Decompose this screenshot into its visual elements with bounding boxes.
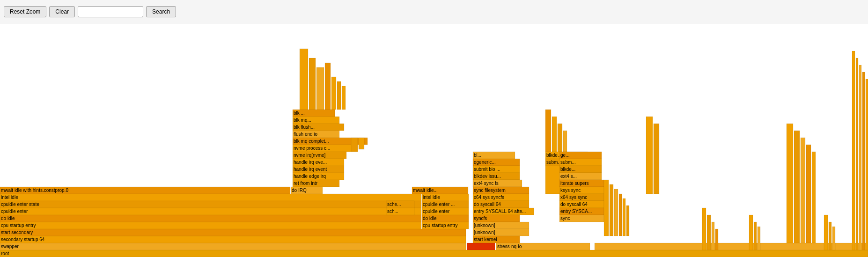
svg-text:blkde...: blkde... <box>560 167 575 172</box>
svg-rect-2 <box>0 243 466 250</box>
svg-rect-10 <box>0 229 466 236</box>
svg-rect-108 <box>654 124 659 194</box>
svg-text:handle irq eve...: handle irq eve... <box>294 160 327 165</box>
svg-text:blk flush...: blk flush... <box>294 125 315 130</box>
svg-rect-99 <box>545 110 551 152</box>
svg-text:blkdev issu...: blkdev issu... <box>474 174 501 179</box>
svg-text:blk mq complet...: blk mq complet... <box>294 139 329 144</box>
svg-text:sche...: sche... <box>387 202 401 207</box>
svg-text:start kernel: start kernel <box>474 237 497 242</box>
svg-rect-64 <box>331 77 336 110</box>
search-input[interactable] <box>78 6 143 17</box>
svg-rect-146 <box>812 152 816 243</box>
svg-text:do IRQ: do IRQ <box>292 188 307 193</box>
svg-rect-154 <box>832 227 835 250</box>
svg-text:entry SYSCА...: entry SYSCА... <box>560 209 592 214</box>
svg-text:[unknown]: [unknown] <box>474 230 495 235</box>
svg-rect-135 <box>702 208 706 250</box>
svg-rect-62 <box>316 67 324 110</box>
svg-text:sync: sync <box>560 216 570 221</box>
flamegraph-container: root swapper stress-nq-io secondary star… <box>0 23 868 257</box>
svg-rect-102 <box>563 131 567 152</box>
svg-rect-149 <box>859 65 861 250</box>
svg-rect-129 <box>604 180 609 236</box>
svg-text:cpuidle enter: cpuidle enter <box>1 209 28 214</box>
search-button[interactable]: Search <box>146 6 176 17</box>
svg-rect-148 <box>856 58 858 250</box>
svg-text:x64 sys syncfs: x64 sys syncfs <box>474 195 504 200</box>
svg-text:blkde...: blkde... <box>546 153 561 158</box>
svg-rect-141 <box>758 227 760 250</box>
svg-text:cpu startup entry: cpu startup entry <box>1 223 36 228</box>
clear-button[interactable]: Clear <box>49 6 75 17</box>
svg-text:intel idle: intel idle <box>1 195 18 200</box>
svg-text:cpuidle enter ...: cpuidle enter ... <box>423 202 455 207</box>
svg-rect-8 <box>0 236 466 243</box>
svg-rect-133 <box>623 198 625 236</box>
svg-text:flush end io: flush end io <box>294 132 318 137</box>
svg-text:iterate supers: iterate supers <box>560 181 589 186</box>
svg-text:mwait idle...: mwait idle... <box>413 188 438 193</box>
svg-text:entry SYSCALL 64 afte...: entry SYSCALL 64 afte... <box>474 209 526 214</box>
svg-rect-130 <box>610 184 613 236</box>
svg-rect-131 <box>614 189 618 236</box>
svg-text:nvme process c...: nvme process c... <box>294 146 330 151</box>
svg-text:blk ...: blk ... <box>294 110 305 116</box>
svg-rect-60 <box>300 49 308 110</box>
svg-text:cpuidle enter state: cpuidle enter state <box>1 202 39 207</box>
svg-rect-20 <box>0 208 421 215</box>
svg-rect-150 <box>862 72 865 250</box>
svg-rect-138 <box>715 229 718 250</box>
svg-text:mwait idle with hints.constpro: mwait idle with hints.constprop.0 <box>1 188 68 193</box>
svg-rect-100 <box>552 117 557 152</box>
svg-text:secondary startup 64: secondary startup 64 <box>1 237 45 242</box>
svg-rect-151 <box>866 79 868 250</box>
svg-text:intel idle: intel idle <box>423 195 440 200</box>
svg-rect-134 <box>626 206 629 236</box>
svg-text:handle edge irq: handle edge irq <box>294 174 326 179</box>
svg-rect-139 <box>749 215 753 250</box>
svg-rect-24 <box>0 201 421 208</box>
svg-rect-68 <box>359 138 364 149</box>
svg-text:handle irq event: handle irq event <box>294 167 327 172</box>
reset-zoom-button[interactable]: Reset Zoom <box>4 6 46 17</box>
svg-text:do syscall 64: do syscall 64 <box>560 202 588 207</box>
svg-rect-63 <box>325 63 331 110</box>
svg-text:submit bio ...: submit bio ... <box>474 167 500 172</box>
svg-text:sync filesystem: sync filesystem <box>474 188 506 193</box>
svg-rect-65 <box>337 81 341 110</box>
svg-text:do syscall 64: do syscall 64 <box>474 202 501 207</box>
svg-text:cpu startup entry: cpu startup entry <box>423 223 457 228</box>
svg-text:root: root <box>1 251 9 256</box>
svg-text:syncfs: syncfs <box>474 216 487 221</box>
svg-text:x64 sys sync: x64 sys sync <box>560 195 587 200</box>
svg-text:ret from intr: ret from intr <box>294 181 318 186</box>
svg-rect-28 <box>0 194 421 201</box>
svg-rect-12 <box>0 222 421 229</box>
svg-rect-0 <box>0 250 868 257</box>
svg-text:do idle: do idle <box>1 216 15 221</box>
svg-text:subm...: subm... <box>560 160 576 165</box>
svg-text:ext4 s...: ext4 s... <box>560 174 577 179</box>
svg-text:bl...: bl... <box>474 153 481 158</box>
svg-text:qgeneric...: qgeneric... <box>474 160 496 165</box>
toolbar: Reset Zoom Clear Search <box>0 0 868 23</box>
svg-rect-16 <box>0 215 421 222</box>
svg-text:ksys sync: ksys sync <box>560 188 581 193</box>
svg-rect-101 <box>558 124 562 152</box>
svg-text:ext4 sync fs: ext4 sync fs <box>474 181 499 186</box>
svg-text:[unknown]: [unknown] <box>474 223 495 228</box>
svg-rect-142 <box>787 124 793 243</box>
svg-rect-107 <box>646 117 653 194</box>
svg-rect-140 <box>754 222 757 250</box>
svg-rect-132 <box>619 194 622 236</box>
svg-text:nvme irq[nvme]: nvme irq[nvme] <box>294 153 326 158</box>
svg-rect-143 <box>794 131 800 243</box>
svg-rect-136 <box>707 215 711 250</box>
svg-text:blk mq...: blk mq... <box>294 117 311 123</box>
svg-rect-145 <box>806 145 811 243</box>
svg-text:start secondary: start secondary <box>1 230 33 235</box>
svg-rect-66 <box>342 86 346 110</box>
svg-rect-67 <box>351 138 358 152</box>
svg-text:ge...: ge... <box>560 153 569 158</box>
